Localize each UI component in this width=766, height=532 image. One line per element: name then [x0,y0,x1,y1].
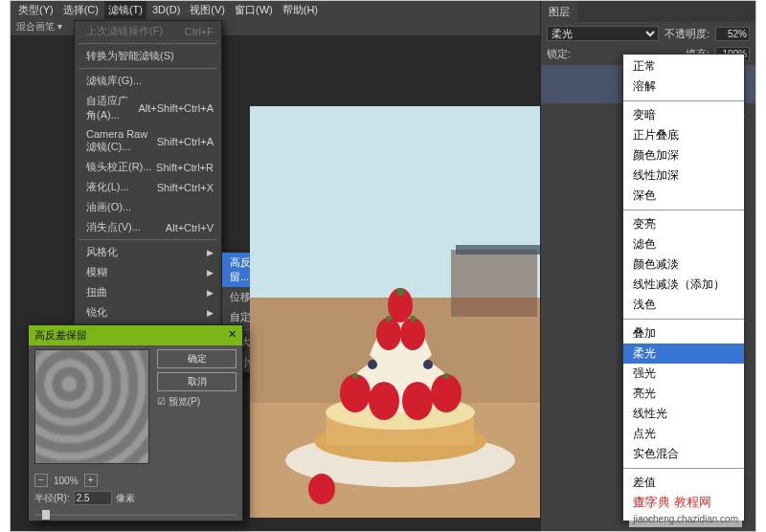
blend-difference[interactable]: 差值 [623,473,744,493]
menu-3d[interactable]: 3D(D) [148,2,184,17]
menu-item-last-filter: 上次滤镜操作(F) Ctrl+F [75,21,221,41]
svg-point-7 [340,374,371,412]
zoom-in-button[interactable]: + [84,474,98,487]
preview-checkbox[interactable]: ☑ 预览(P) [157,395,237,409]
menu-item-gallery[interactable]: 滤镜库(G)... [75,71,221,91]
svg-point-9 [402,382,433,420]
svg-point-14 [396,288,404,296]
blend-separator [623,210,744,211]
svg-point-17 [352,373,358,379]
blend-linearlight[interactable]: 线性光 [623,404,744,424]
blend-lighten[interactable]: 变亮 [623,214,744,234]
blend-hardlight[interactable]: 强光 [623,364,744,384]
blend-vividlight[interactable]: 亮光 [623,384,744,404]
menu-filter[interactable]: 滤镜(T) [104,1,146,19]
menu-type[interactable]: 类型(Y) [14,1,57,19]
blend-dissolve[interactable]: 溶解 [623,77,744,97]
svg-point-12 [400,318,425,350]
blend-overlay[interactable]: 叠加 [623,323,744,344]
blend-hardmix[interactable]: 实色混合 [623,444,744,464]
radius-slider[interactable] [34,509,237,521]
svg-point-11 [376,318,401,350]
lock-label: 锁定: [547,47,571,61]
svg-point-15 [386,316,392,321]
svg-rect-23 [456,245,542,255]
svg-point-20 [423,360,433,369]
menu-separator [79,43,217,44]
blend-colorburn[interactable]: 颜色加深 [623,145,744,166]
menu-item-lens[interactable]: 镜头校正(R)...Shift+Ctrl+R [75,157,221,177]
svg-point-10 [431,374,462,412]
menu-item-camera-raw[interactable]: Camera Raw 滤镜(C)...Shift+Ctrl+A [75,125,221,157]
blend-separator [623,100,744,101]
blend-softlight[interactable]: 柔光 [623,344,744,364]
preview-thumbnail[interactable] [34,349,149,464]
close-icon[interactable]: ✕ [228,328,237,343]
photoshop-ui: 类型(Y) 选择(C) 滤镜(T) 3D(D) 视图(V) 窗口(W) 帮助(H… [11,1,755,531]
zoom-value: 100% [54,476,79,486]
kind-dropdown[interactable]: 混合画笔 ▾ [16,21,62,32]
chevron-right-icon: ▶ [207,248,214,257]
blend-linearburn[interactable]: 线性加深 [623,166,744,186]
svg-point-18 [443,373,449,379]
blend-lineardodge[interactable]: 线性减淡（添加） [623,275,744,295]
chevron-right-icon: ▶ [207,288,214,298]
blend-screen[interactable]: 滤色 [623,234,744,255]
blend-mode-select[interactable]: 柔光 [547,26,659,41]
radius-input[interactable] [74,491,112,505]
menu-separator [79,239,217,240]
menu-window[interactable]: 窗口(W) [231,1,277,19]
radius-label: 半径(R): [34,492,70,505]
svg-point-21 [308,474,335,504]
menu-item-adaptive[interactable]: 自适应广角(A)...Alt+Shift+Ctrl+A [75,91,221,125]
menu-item-liquify[interactable]: 液化(L)...Shift+Ctrl+X [75,177,221,197]
tab-layers[interactable]: 图层 [541,1,577,22]
menu-item-distort[interactable]: 扭曲▶ [75,282,221,302]
svg-point-8 [369,382,399,420]
svg-point-19 [368,360,377,369]
opacity-label: 不透明度: [665,27,710,41]
menu-item-sharpen[interactable]: 锐化▶ [75,302,221,322]
menu-item-oil[interactable]: 油画(O)... [75,197,221,217]
blend-normal[interactable]: 正常 [623,56,744,77]
cancel-button[interactable]: 取消 [157,372,237,391]
dialog-title: 高反差保留 [34,328,87,343]
opacity-value[interactable]: 52% [715,27,750,41]
radius-unit: 像素 [116,492,135,505]
watermark: 查字典 教程网 jiaocheng.chazidian.com [629,492,742,527]
panel-tabs: 图层 [541,1,755,22]
high-pass-dialog: 高反差保留 ✕ 确定 取消 ☑ 预览(P) − 100% + 半径(R): 像素 [28,324,243,521]
blend-darker[interactable]: 深色 [623,186,744,206]
zoom-out-button[interactable]: − [34,474,48,487]
blend-colordodge[interactable]: 颜色减淡 [623,255,744,275]
blend-darken[interactable]: 变暗 [623,105,744,125]
menu-item-vanishing[interactable]: 消失点(V)...Alt+Ctrl+V [75,217,221,237]
menu-item-smart-filter[interactable]: 转换为智能滤镜(S) [75,46,221,66]
menu-item-stylize[interactable]: 风格化▶ [75,242,221,262]
menu-item-blur[interactable]: 模糊▶ [75,262,221,282]
chevron-right-icon: ▶ [207,308,214,318]
blend-separator [623,468,744,469]
document-image [250,106,552,518]
menu-help[interactable]: 帮助(H) [279,1,322,19]
chevron-right-icon: ▶ [207,268,214,277]
menu-view[interactable]: 视图(V) [186,1,229,19]
blend-separator [623,319,744,320]
dialog-titlebar[interactable]: 高反差保留 ✕ [29,325,242,345]
blend-lighter[interactable]: 浅色 [623,295,744,315]
blend-mode-popup: 正常 溶解 变暗 正片叠底 颜色加深 线性加深 深色 变亮 滤色 颜色减淡 线性… [622,54,745,521]
menu-separator [79,68,217,69]
menu-select[interactable]: 选择(C) [59,1,102,19]
slider-thumb[interactable] [42,510,50,520]
canvas[interactable] [250,106,552,518]
blend-multiply[interactable]: 正片叠底 [623,125,744,145]
ok-button[interactable]: 确定 [157,349,237,368]
blend-pinlight[interactable]: 点光 [623,424,744,444]
svg-rect-22 [451,250,537,317]
svg-point-16 [410,316,416,321]
